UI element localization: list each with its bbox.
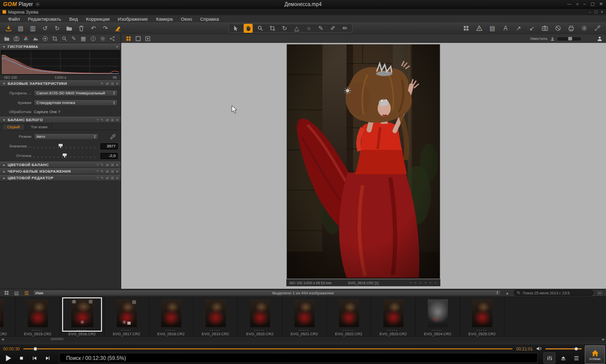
- undo-icon[interactable]: ↶: [89, 24, 98, 33]
- capture-window-icon[interactable]: ▤: [16, 24, 25, 33]
- panel-edit-icon[interactable]: ✎: [100, 163, 104, 167]
- discard-icon[interactable]: [553, 24, 563, 33]
- kelvin-value[interactable]: 3577: [100, 143, 118, 149]
- tether-camera-icon[interactable]: [540, 24, 549, 33]
- gom-prev-button[interactable]: [28, 352, 40, 363]
- export-icon[interactable]: ↗: [514, 24, 523, 33]
- spot-tool-icon[interactable]: ○: [304, 24, 313, 33]
- sort-ascending-icon[interactable]: ▲: [503, 290, 511, 296]
- zoom-slider-knob[interactable]: [568, 37, 572, 40]
- loupe-tool-icon[interactable]: [256, 24, 265, 33]
- annotations-icon[interactable]: A: [501, 24, 510, 33]
- thumbnail-evg_0524-cr2[interactable]: •••••EVG_0524.CR2: [416, 297, 460, 336]
- kelvin-slider-knob[interactable]: [59, 144, 63, 146]
- multi-view-icon[interactable]: [125, 35, 132, 42]
- white-balance-header[interactable]: ▼ БАЛАНС БЕЛОГО ?✎⇄☰▾: [0, 117, 121, 123]
- tool-tab-keyboard[interactable]: ▦: [79, 35, 87, 42]
- panel-collapse-icon[interactable]: ▾: [116, 45, 118, 48]
- collapse-browser-button[interactable]: –: [596, 290, 603, 296]
- base-characteristics-header[interactable]: ▼ БАЗОВЫЕ ХАРАКТЕРИСТИКИ ✎⇄☰▾: [0, 80, 121, 87]
- tool-tab-library[interactable]: [3, 35, 11, 42]
- tool-tab-color[interactable]: [22, 35, 30, 42]
- tint-slider-knob[interactable]: [63, 153, 67, 156]
- redo-icon[interactable]: ↷: [101, 24, 110, 33]
- thumbnail-evg_0517-cr2[interactable]: ▦•••••EVG_0517.CR2: [105, 297, 149, 336]
- viewer-layout-icon[interactable]: [462, 24, 471, 33]
- thumbnail-evg_0522-cr2[interactable]: •••••EVG_0522.CR2: [327, 297, 371, 336]
- rotate-ccw-icon[interactable]: ↺: [40, 24, 49, 33]
- thumbnail-evg_0514-cr2[interactable]: •••••EVG_0514.CR2: [0, 297, 16, 336]
- thumbnail-evg_0523-cr2[interactable]: •••••EVG_0523.CR2: [371, 297, 416, 336]
- thumbnail-evg_0520-cr2[interactable]: •••••EVG_0520.CR2: [238, 297, 282, 336]
- tool-tab-focus[interactable]: [60, 35, 68, 42]
- thumbnail-evg_0516-cr2[interactable]: •••••EVG_0516.CR2: [60, 297, 105, 336]
- panel-presets-icon[interactable]: ☰: [111, 170, 115, 173]
- tool-tab-exposure[interactable]: [31, 35, 39, 42]
- gom-close-icon[interactable]: ✕: [599, 2, 603, 7]
- search-filter[interactable]: Поиск 25 июля 2013 г. 23:5: [514, 290, 593, 296]
- section-black-white-header[interactable]: ▼ЧЕРНО-БЕЛЫЕ ИЗОБРАЖЕНИЯ?✎⇄☰▾: [0, 168, 121, 175]
- scrollbar-thumb[interactable]: [50, 338, 64, 340]
- menu-edit[interactable]: Редактировать: [24, 16, 65, 22]
- filmstrip-view-icon[interactable]: ☰: [23, 290, 30, 296]
- live-view-icon[interactable]: ▥: [28, 24, 37, 33]
- erase-mask-tool-icon[interactable]: ✐: [328, 24, 337, 33]
- viewer-zoom-slider[interactable]: [558, 37, 581, 40]
- panel-collapse-icon[interactable]: ▾: [116, 82, 118, 85]
- proof-view-icon[interactable]: [144, 35, 151, 42]
- speaker-icon[interactable]: [536, 346, 542, 351]
- menu-file[interactable]: Файл: [4, 16, 24, 22]
- panel-copy-icon[interactable]: ⇄: [106, 82, 109, 85]
- trash-icon[interactable]: [77, 24, 86, 33]
- tool-tab-process[interactable]: [108, 35, 116, 42]
- panel-help-icon[interactable]: ?: [96, 118, 98, 122]
- kelvin-slider[interactable]: [34, 144, 98, 148]
- panel-presets-icon[interactable]: ☰: [111, 163, 115, 167]
- single-view-icon[interactable]: [134, 35, 141, 42]
- tab-skin-tone[interactable]: Тон кожи: [26, 124, 53, 130]
- panel-help-icon[interactable]: ?: [96, 163, 98, 167]
- panel-copy-icon[interactable]: ⇄: [106, 163, 109, 167]
- panel-presets-icon[interactable]: ☰: [111, 118, 115, 122]
- thumbnail-evg_0518-cr2[interactable]: •••••EVG_0518.CR2: [149, 297, 193, 336]
- keystone-tool-icon[interactable]: △: [292, 24, 301, 33]
- app-minimize-icon[interactable]: –: [589, 10, 591, 14]
- panel-help-icon[interactable]: ?: [96, 176, 98, 180]
- gear-badge-icon[interactable]: [80, 317, 84, 326]
- tool-tab-capture[interactable]: [12, 35, 20, 42]
- rotate-tool-icon[interactable]: ↻: [280, 24, 289, 33]
- panel-edit-icon[interactable]: ✎: [100, 176, 104, 180]
- menu-help[interactable]: Справка: [196, 16, 223, 22]
- tools-icon[interactable]: [593, 24, 602, 33]
- seek-bar[interactable]: [23, 348, 513, 349]
- panel-help-icon[interactable]: ?: [96, 170, 98, 173]
- filmstrip-scrollbar[interactable]: ◀ ▶: [0, 336, 606, 341]
- menu-view[interactable]: Вид: [65, 16, 82, 22]
- rotate-cw-icon[interactable]: ↻: [53, 24, 62, 33]
- tab-gray[interactable]: Серый: [2, 124, 25, 130]
- import-icon[interactable]: [4, 24, 13, 33]
- section-color-balance-header[interactable]: ▼ЦВЕТОВОЙ БАЛАНС?✎⇄☰▾: [0, 162, 121, 168]
- panel-edit-icon[interactable]: ✎: [100, 118, 104, 122]
- tint-value[interactable]: -2,0: [100, 153, 118, 159]
- volume-bar[interactable]: [545, 348, 582, 349]
- gom-control-panel-button[interactable]: [543, 352, 556, 363]
- fit-mode-label[interactable]: Уместить: [530, 36, 547, 41]
- panel-edit-icon[interactable]: ✎: [100, 82, 104, 85]
- panel-edit-icon[interactable]: ✎: [100, 170, 104, 173]
- gomlab-button[interactable]: GOMlab: [585, 345, 605, 364]
- panel-presets-icon[interactable]: ☰: [111, 176, 115, 180]
- tool-tab-settings[interactable]: [98, 35, 107, 42]
- panel-presets-icon[interactable]: ☰: [111, 82, 115, 85]
- grid-view-icon[interactable]: [3, 290, 10, 296]
- settings-icon[interactable]: [580, 24, 589, 33]
- gom-pin-icon[interactable]: —: [567, 2, 572, 7]
- tool-tab-adjustments[interactable]: ✎: [70, 35, 78, 42]
- panel-copy-icon[interactable]: ⇄: [106, 170, 109, 173]
- batch-icon[interactable]: ▤: [488, 24, 497, 33]
- panel-copy-icon[interactable]: ⇄: [106, 118, 109, 122]
- print-icon[interactable]: [567, 24, 576, 33]
- app-close-icon[interactable]: ✕: [600, 10, 603, 14]
- grid9-badge-icon[interactable]: ▦: [127, 317, 131, 326]
- gom-playlist-button[interactable]: [571, 353, 582, 363]
